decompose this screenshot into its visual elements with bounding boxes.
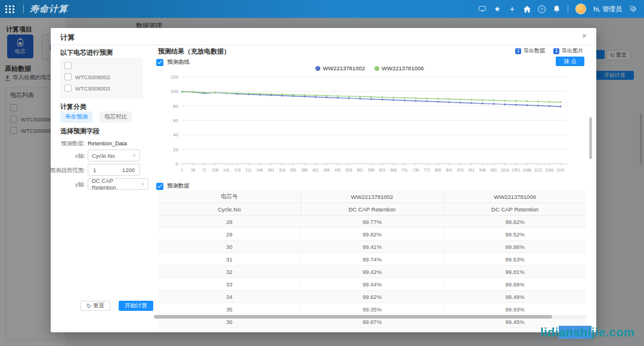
modal-left-footer: ↻ 重置 开始计算 [80,301,153,311]
svg-text:141: 141 [223,168,230,172]
table-cell: 33 [158,278,301,291]
result-title: 预测结果（充放电数据） [158,47,230,56]
navbar-actions: ★ + ? hi, 管理员 [478,4,644,14]
svg-text:20: 20 [173,147,178,152]
x-axis-select[interactable]: Cycle.No ∨ [88,149,140,161]
checkbox-icon[interactable] [64,73,72,80]
svg-text:946: 946 [479,168,486,172]
table-horizontal-scrollbar [154,315,586,319]
tab-cell-comparison[interactable]: 电芯对比 [100,111,132,123]
navbar-divider [23,5,24,13]
export-image-button[interactable]: ↧ 导出图片 [553,47,583,55]
range-label: 预测趋势范围: [39,167,85,174]
table-cell: 99.48% [444,291,586,303]
table-header-cell: WW2213781006 [444,191,586,203]
svg-text:1191: 1191 [556,168,565,172]
prediction-data-checkbox[interactable]: 预测数据 [156,182,190,190]
svg-text:100: 100 [171,89,179,94]
svg-text:1016: 1016 [500,168,509,172]
svg-text:1051: 1051 [512,168,521,172]
table-row: 3399.44%99.89% [158,278,586,291]
table-cell: 29 [158,228,301,241]
checkbox-icon[interactable] [64,62,72,69]
range-inputs[interactable]: 1 1200 [88,164,140,176]
table-cell: 99.41% [301,241,443,253]
star-icon[interactable]: ★ [493,5,501,13]
cell-checkbox-row[interactable]: WTC5008002 [64,73,143,80]
table-cell: 99.86% [444,241,586,253]
plus-icon[interactable]: + [508,5,516,13]
range-to-input[interactable]: 1200 [117,167,140,173]
cell-checkbox-row[interactable]: WTC5008003 [64,85,143,92]
chevron-down-icon: ∨ [132,153,136,157]
chart-legend: WW2213781002WW2213781006 [158,65,581,72]
bell-icon[interactable] [553,5,561,13]
legend-label: WW2213781002 [323,65,365,71]
x-axis-select-value: Cycle.No [92,152,115,159]
svg-text:561: 561 [357,168,363,172]
legend-item[interactable]: WW2213781006 [374,65,424,71]
page-title: 寿命计算 [30,4,68,15]
svg-text:456: 456 [323,168,330,172]
table-row: 2899.77%99.62% [158,216,586,228]
y-axis-label: y轴: [39,181,85,189]
start-calculation-button[interactable]: 开始计算 [119,301,153,311]
reset-button-label: 重置 [93,302,104,310]
home-icon[interactable] [523,5,531,13]
table-cell: 99.62% [301,291,443,303]
table-cell: 99.82% [301,228,443,241]
display-icon[interactable] [478,5,486,13]
predict-data-value: Retention_Data [88,140,127,146]
svg-text:176: 176 [234,168,241,172]
help-icon[interactable]: ? [538,5,546,13]
table-cell: 32 [158,266,301,278]
svg-text:211: 211 [246,168,252,172]
export-data-icon: ↧ [515,48,521,54]
export-image-icon: ↧ [553,48,559,54]
legend-dot-icon [374,66,379,71]
reset-button[interactable]: ↻ 重置 [80,301,110,311]
cell-checkbox-label: WTC5008003 [75,85,110,92]
svg-text:281: 281 [268,168,274,172]
line-chart: 0204060801001201367110614117621124628131… [158,74,581,176]
navbar-divider-2 [568,5,568,13]
modal-header: 计算 × [51,28,596,45]
table-cell: 99.81% [444,266,586,278]
tab-life-prediction[interactable]: 寿命预测 [60,111,92,123]
svg-text:316: 316 [279,168,286,172]
apps-grid-icon[interactable] [5,5,15,13]
table-cell: 99.74% [301,253,443,266]
fields-title: 选择预测字段 [60,127,100,136]
range-from-input[interactable]: 1 [88,167,101,173]
watermark-prefix: lidi [540,326,559,339]
table-row: 3499.62%99.48% [158,291,586,303]
table-header-cell: DC CAP Retention [301,203,443,216]
checkbox-icon[interactable] [64,85,72,92]
gear-icon[interactable] [629,5,637,13]
table-cell: 99.77% [301,216,443,228]
export-data-button[interactable]: ↧ 导出数据 [515,47,545,55]
modal-vertical-scrollbar[interactable] [589,117,592,159]
table-header-cell: DC CAP Retention [444,203,586,216]
user-avatar[interactable] [575,4,586,14]
chart-canvas[interactable]: 0204060801001201367110614117621124628131… [158,74,581,176]
table-header-row: 电芯号WW2213781002WW2213781006 [158,191,586,203]
legend-item[interactable]: WW2213781002 [315,65,365,71]
svg-text:526: 526 [346,168,352,172]
table-header-cell: 电芯号 [158,191,301,203]
svg-text:60: 60 [173,118,178,123]
svg-text:666: 666 [390,168,397,172]
cell-checkbox-row[interactable] [64,62,143,69]
svg-text:421: 421 [312,168,319,172]
close-icon[interactable]: × [582,32,587,40]
svg-text:1: 1 [181,168,183,172]
scrollbar-thumb[interactable] [154,315,552,319]
cell-checkbox-label: WTC5008002 [75,74,110,80]
y-axis-select[interactable]: DC CAP Retention ∨ [88,178,148,190]
svg-text:911: 911 [468,168,475,172]
table-cell: 99.53% [444,253,586,266]
watermark-selected-text: anshi [559,326,592,339]
svg-text:1121: 1121 [534,168,543,172]
table-cell: 30 [158,241,301,253]
table-row: 3599.35%99.93% [158,303,586,316]
